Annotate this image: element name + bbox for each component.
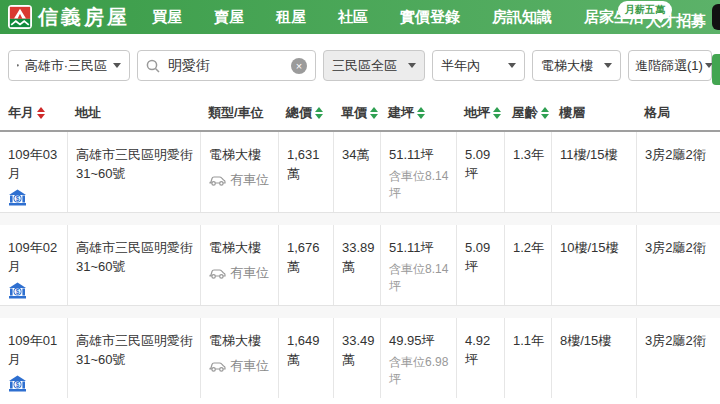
header-land-area[interactable]: 地坪: [456, 95, 504, 130]
sort-icon: [370, 107, 378, 119]
table-header-row: 年月 地址 類型/車位 總價 單價 建坪 地坪 屋齡: [0, 95, 720, 132]
district-select[interactable]: 三民區全區: [323, 50, 425, 81]
header-date[interactable]: 年月: [0, 95, 67, 130]
cell-type: 電梯大樓 有車位: [200, 318, 278, 398]
cell-layout: 3房2廳2衛: [636, 132, 720, 212]
header-unit-price[interactable]: 單價: [333, 95, 380, 130]
nav-item-knowledge[interactable]: 房訊知識: [492, 8, 552, 27]
cell-date: 109年01月 $: [0, 318, 67, 398]
sort-icon: [417, 107, 425, 119]
chevron-down-icon: [508, 63, 516, 68]
row-divider: [0, 212, 720, 225]
header-floor: 樓層: [551, 95, 636, 130]
cell-land-area: 5.09坪: [456, 132, 504, 212]
chevron-down-icon: [113, 63, 121, 68]
cell-age: 1.3年: [504, 132, 551, 212]
recruit-area: 月薪五萬 人才招募: [646, 0, 706, 34]
brand-logo-icon[interactable]: [8, 5, 32, 29]
table-row[interactable]: 109年03月 $ 高雄市三民區明愛街31~60號 電梯大樓: [0, 132, 720, 212]
parking-label: 有車位: [230, 357, 269, 376]
nav-item-price-registry[interactable]: 實價登錄: [400, 8, 460, 27]
cell-address: 高雄市三民區明愛街31~60號: [67, 132, 200, 212]
advanced-filter-button[interactable]: 進階篩選(1): [628, 50, 712, 81]
cell-land-area: 4.92坪: [456, 318, 504, 398]
period-value: 半年內: [441, 57, 480, 75]
row-divider: [0, 305, 720, 318]
header-type-parking: 類型/車位: [200, 95, 278, 130]
cell-date: 109年03月 $: [0, 132, 67, 212]
cell-floor: 8樓/15樓: [551, 318, 636, 398]
location-value: 高雄市·三民區: [25, 57, 107, 75]
page: 信義房屋 買屋 賣屋 租屋 社區 實價登錄 房訊知識 居家生活 月薪五萬 人才招…: [0, 0, 720, 404]
building-type-select[interactable]: 電梯大樓: [532, 50, 621, 81]
brand-name[interactable]: 信義房屋: [38, 4, 130, 31]
location-pin-icon: [17, 58, 19, 73]
nav-item-buy[interactable]: 買屋: [152, 8, 182, 27]
cell-building-area: 51.11坪 含車位8.14坪: [380, 225, 456, 305]
salary-badge: 月薪五萬: [618, 1, 672, 19]
top-nav: 信義房屋 買屋 賣屋 租屋 社區 實價登錄 房訊知識 居家生活 月薪五萬 人才招…: [0, 0, 720, 34]
cell-layout: 3房2廳2衛: [636, 318, 720, 398]
cell-total-price: 1,649萬: [278, 318, 333, 398]
building-type-value: 電梯大樓: [541, 57, 593, 75]
search-input[interactable]: [166, 57, 285, 75]
search-box[interactable]: ×: [137, 50, 316, 81]
nav-item-rent[interactable]: 租屋: [276, 8, 306, 27]
svg-text:$: $: [16, 288, 20, 296]
chevron-down-icon: [408, 63, 416, 68]
location-select[interactable]: 高雄市·三民區: [8, 50, 130, 81]
table-row[interactable]: 109年02月 $ 高雄市三民區明愛街31~60號 電梯大樓: [0, 225, 720, 305]
cell-floor: 10樓/15樓: [551, 225, 636, 305]
price-registry-icon[interactable]: $: [8, 189, 63, 212]
car-icon: [209, 268, 226, 279]
advanced-filter-label: 進階篩選(1): [635, 57, 703, 75]
cell-floor: 11樓/15樓: [551, 132, 636, 212]
search-icon: [146, 59, 160, 73]
cell-layout: 3房2廳2衛: [636, 225, 720, 305]
header-building-area[interactable]: 建坪: [380, 95, 456, 130]
nav-item-sell[interactable]: 賣屋: [214, 8, 244, 27]
sort-icon: [493, 107, 501, 119]
cell-age: 1.1年: [504, 318, 551, 398]
car-icon: [209, 175, 226, 186]
nav-item-community[interactable]: 社區: [338, 8, 368, 27]
cell-type: 電梯大樓 有車位: [200, 225, 278, 305]
header-address: 地址: [67, 95, 200, 130]
table-row[interactable]: 109年01月 $ 高雄市三民區明愛街31~60號 電梯大樓: [0, 318, 720, 398]
cell-land-area: 5.09坪: [456, 225, 504, 305]
svg-text:$: $: [16, 381, 20, 389]
cell-address: 高雄市三民區明愛街31~60號: [67, 318, 200, 398]
chevron-down-icon: [604, 63, 612, 68]
cell-unit-price: 33.89萬: [333, 225, 380, 305]
sort-icon: [37, 107, 45, 119]
clipped-green-button[interactable]: [712, 54, 720, 85]
filter-bar: 高雄市·三民區 × 三民區全區 半年內 電梯大樓 進階篩選(1): [0, 34, 720, 91]
building-area-note: 含車位8.14坪: [389, 168, 452, 203]
cell-building-area: 49.95坪 含車位6.98坪: [380, 318, 456, 398]
header-total-price[interactable]: 總價: [278, 95, 333, 130]
results-table: 年月 地址 類型/車位 總價 單價 建坪 地坪 屋齡: [0, 95, 720, 398]
svg-text:$: $: [16, 195, 20, 203]
header-layout: 格局: [636, 95, 720, 130]
sort-icon: [541, 107, 549, 119]
price-registry-icon[interactable]: $: [8, 375, 63, 398]
cell-total-price: 1,676萬: [278, 225, 333, 305]
building-area-note: 含車位6.98坪: [389, 354, 452, 389]
price-registry-icon[interactable]: $: [8, 282, 63, 305]
car-icon: [209, 361, 226, 372]
cell-type: 電梯大樓 有車位: [200, 132, 278, 212]
clipped-edge-widget: [712, 4, 720, 30]
header-age[interactable]: 屋齡: [504, 95, 551, 130]
cell-age: 1.2年: [504, 225, 551, 305]
parking-label: 有車位: [230, 264, 269, 283]
building-area-note: 含車位8.14坪: [389, 261, 452, 296]
district-value: 三民區全區: [332, 57, 397, 75]
cell-building-area: 51.11坪 含車位8.14坪: [380, 132, 456, 212]
cell-unit-price: 33.49萬: [333, 318, 380, 398]
cell-date: 109年02月 $: [0, 225, 67, 305]
parking-label: 有車位: [230, 171, 269, 190]
period-select[interactable]: 半年內: [432, 50, 525, 81]
clear-search-icon[interactable]: ×: [291, 58, 307, 74]
cell-address: 高雄市三民區明愛街31~60號: [67, 225, 200, 305]
main-nav: 買屋 賣屋 租屋 社區 實價登錄 房訊知識 居家生活: [152, 8, 644, 27]
